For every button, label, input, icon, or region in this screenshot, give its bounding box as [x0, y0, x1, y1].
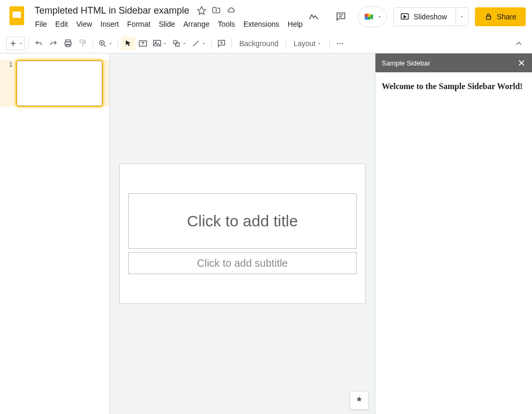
toolbar: Background Layout	[0, 34, 532, 53]
title-placeholder[interactable]: Click to add title	[128, 193, 357, 249]
svg-point-32	[341, 43, 342, 44]
print-button[interactable]	[61, 37, 75, 50]
canvas-area[interactable]: Click to add title Click to add subtitle	[110, 53, 375, 414]
menu-slide[interactable]: Slide	[155, 18, 179, 30]
line-tool[interactable]	[190, 37, 208, 50]
textbox-tool[interactable]	[136, 37, 150, 50]
image-tool[interactable]	[151, 37, 169, 50]
close-icon[interactable]	[517, 59, 526, 67]
slide-number: 1	[5, 60, 13, 107]
menu-extensions[interactable]: Extensions	[240, 18, 283, 30]
header-actions: Slideshow Share	[303, 4, 526, 27]
slideshow-group: Slideshow	[393, 7, 469, 26]
menu-view[interactable]: View	[73, 18, 96, 30]
slideshow-label: Slideshow	[414, 13, 447, 21]
meet-button[interactable]	[358, 6, 387, 27]
svg-rect-1	[13, 12, 21, 18]
separator	[211, 38, 212, 49]
redo-button[interactable]	[47, 37, 60, 50]
slides-logo[interactable]	[6, 5, 27, 26]
undo-button[interactable]	[32, 37, 46, 50]
menu-format[interactable]: Format	[124, 18, 154, 30]
menu-file[interactable]: File	[31, 18, 51, 30]
background-button[interactable]: Background	[235, 37, 283, 50]
more-options-button[interactable]	[333, 37, 347, 50]
explore-button[interactable]	[350, 391, 369, 410]
separator	[28, 38, 29, 49]
svg-line-27	[193, 41, 199, 47]
move-folder-icon[interactable]	[211, 5, 221, 16]
layout-button[interactable]: Layout	[290, 37, 326, 50]
workspace: 1 Click to add title Click to add subtit…	[0, 53, 532, 414]
addon-sidebar: Sample Sidebar Welcome to the Sample Sid…	[375, 53, 532, 414]
sidebar-body: Welcome to the Sample Sidebar World!	[375, 72, 532, 101]
document-title[interactable]: Templeted HTML in Sidebar example	[31, 4, 192, 17]
separator	[329, 38, 330, 49]
select-tool[interactable]	[121, 37, 135, 50]
share-button[interactable]: Share	[475, 7, 526, 26]
svg-point-31	[339, 43, 340, 44]
shape-tool[interactable]	[170, 37, 189, 50]
menu-arrange[interactable]: Arrange	[180, 18, 213, 30]
cloud-status-icon[interactable]	[226, 5, 236, 16]
app-header: Templeted HTML in Sidebar example File E…	[0, 0, 532, 34]
subtitle-placeholder[interactable]: Click to add subtitle	[128, 252, 357, 274]
zoom-button[interactable]	[96, 37, 115, 50]
filmstrip: 1	[0, 53, 110, 414]
activity-icon[interactable]	[303, 6, 324, 27]
slideshow-dropdown[interactable]	[456, 7, 469, 26]
menu-bar: File Edit View Insert Format Slide Arran…	[31, 18, 303, 30]
sidebar-title: Sample Sidebar	[382, 59, 430, 67]
layout-label: Layout	[294, 39, 316, 48]
share-label: Share	[497, 13, 516, 21]
svg-rect-9	[486, 16, 491, 19]
svg-rect-15	[80, 40, 84, 42]
svg-point-30	[337, 43, 338, 44]
slideshow-button[interactable]: Slideshow	[393, 7, 456, 26]
menu-tools[interactable]: Tools	[214, 18, 239, 30]
menu-insert[interactable]: Insert	[97, 18, 123, 30]
new-slide-button[interactable]	[6, 37, 25, 50]
menu-edit[interactable]: Edit	[52, 18, 72, 30]
svg-rect-7	[365, 14, 368, 17]
svg-line-17	[104, 45, 106, 47]
comment-tool[interactable]	[215, 37, 228, 50]
slide-thumbnail[interactable]	[16, 60, 103, 107]
paint-format-button[interactable]	[76, 37, 90, 50]
sidebar-header: Sample Sidebar	[375, 53, 532, 72]
title-area: Templeted HTML in Sidebar example File E…	[31, 4, 303, 30]
slide-thumbnail-row[interactable]: 1	[0, 60, 109, 107]
collapse-toolbar-button[interactable]	[512, 37, 526, 50]
separator	[118, 38, 118, 49]
separator	[93, 38, 93, 49]
separator	[231, 38, 232, 49]
star-icon[interactable]	[196, 5, 207, 16]
comments-icon[interactable]	[330, 6, 351, 27]
slide-canvas[interactable]: Click to add title Click to add subtitle	[119, 164, 365, 304]
separator	[286, 38, 286, 49]
